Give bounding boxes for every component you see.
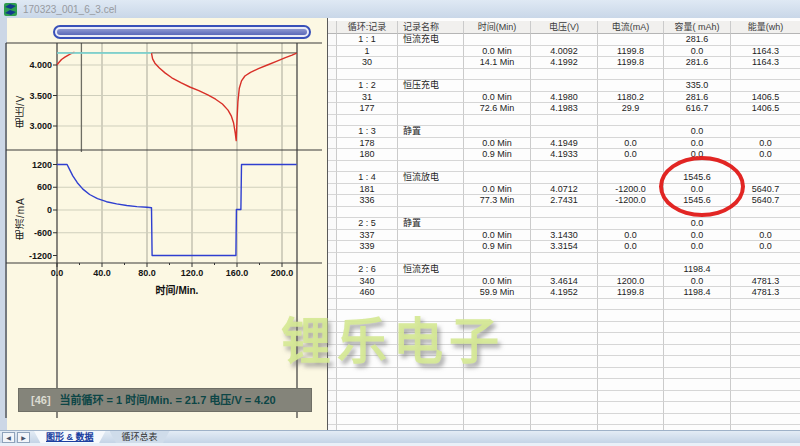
table-cell[interactable]: 0.0 Min	[464, 276, 531, 288]
table-cell[interactable]	[731, 253, 800, 265]
table-row[interactable]	[328, 310, 800, 322]
tab-scroll-left-button[interactable]: ◀	[2, 432, 15, 443]
table-row[interactable]	[328, 402, 800, 414]
table-cell[interactable]: 59.9 Min	[464, 287, 531, 299]
table-cell[interactable]	[664, 368, 731, 380]
table-cell[interactable]	[398, 368, 464, 380]
table-cell[interactable]: 460	[337, 287, 398, 299]
table-cell[interactable]	[598, 115, 664, 127]
table-cell[interactable]	[531, 69, 598, 81]
table-cell[interactable]	[398, 287, 464, 299]
table-cell[interactable]	[598, 356, 664, 368]
table-cell[interactable]: 3.4614	[531, 276, 598, 288]
table-cell[interactable]	[531, 161, 598, 173]
table-cell[interactable]	[464, 126, 531, 138]
table-cell[interactable]	[598, 379, 664, 391]
table-cell[interactable]: 4.1992	[531, 57, 598, 69]
table-cell[interactable]	[398, 92, 464, 104]
table-row[interactable]	[328, 115, 800, 127]
table-cell[interactable]: 0.0	[664, 276, 731, 288]
table-cell[interactable]	[398, 138, 464, 150]
table-cell[interactable]: 0.9 Min	[464, 241, 531, 253]
table-cell[interactable]	[531, 391, 598, 403]
table-cell[interactable]	[398, 69, 464, 81]
table-cell[interactable]	[531, 299, 598, 311]
table-cell[interactable]: 1180.2	[598, 92, 664, 104]
table-cell[interactable]	[531, 80, 598, 92]
table-cell[interactable]	[398, 241, 464, 253]
table-cell[interactable]	[398, 391, 464, 403]
table-cell[interactable]	[337, 115, 398, 127]
table-cell[interactable]	[731, 69, 800, 81]
table-cell[interactable]	[731, 264, 800, 276]
table-cell[interactable]: 1	[337, 46, 398, 58]
table-cell[interactable]	[531, 345, 598, 357]
table-cell[interactable]	[664, 414, 731, 426]
table-cell[interactable]	[337, 356, 398, 368]
table-cell[interactable]	[398, 276, 464, 288]
table-cell[interactable]	[731, 34, 800, 46]
table-cell[interactable]: 恒流充电	[398, 34, 464, 46]
table-cell[interactable]	[598, 299, 664, 311]
table-cell[interactable]	[337, 368, 398, 380]
table-cell[interactable]: 0.0	[731, 241, 800, 253]
table-cell[interactable]	[464, 356, 531, 368]
table-row[interactable]: 3390.9 Min3.31540.00.00.0	[328, 241, 800, 253]
table-cell[interactable]: 0.0	[664, 46, 731, 58]
table-cell[interactable]	[531, 126, 598, 138]
table-cell[interactable]	[531, 310, 598, 322]
table-cell[interactable]: 0.0 Min	[464, 46, 531, 58]
table-cell[interactable]	[464, 414, 531, 426]
table-cell[interactable]: 4781.3	[731, 287, 800, 299]
table-cell[interactable]: 4781.3	[731, 276, 800, 288]
table-cell[interactable]	[464, 115, 531, 127]
table-cell[interactable]	[598, 310, 664, 322]
table-cell[interactable]: 0.9 Min	[464, 149, 531, 161]
table-cell[interactable]	[464, 218, 531, 230]
table-cell[interactable]: 335.0	[664, 80, 731, 92]
table-cell[interactable]: 1164.3	[731, 46, 800, 58]
table-cell[interactable]	[464, 333, 531, 345]
table-cell[interactable]: 1199.8	[598, 57, 664, 69]
table-cell[interactable]	[731, 345, 800, 357]
table-row[interactable]: 3400.0 Min3.46141200.00.04781.3	[328, 276, 800, 288]
table-cell[interactable]	[598, 264, 664, 276]
table-cell[interactable]: 0.0	[664, 230, 731, 242]
table-cell[interactable]: 2.7431	[531, 195, 598, 207]
table-cell[interactable]	[337, 402, 398, 414]
table-cell[interactable]	[337, 345, 398, 357]
table-cell[interactable]: 2 : 6	[337, 264, 398, 276]
table-cell[interactable]	[398, 253, 464, 265]
table-cell[interactable]	[598, 391, 664, 403]
table-cell[interactable]: 0.0	[598, 149, 664, 161]
table-cell[interactable]	[598, 402, 664, 414]
table-row[interactable]: 46059.9 Min4.19521199.81198.44781.3	[328, 287, 800, 299]
table-cell[interactable]: -1200.0	[598, 184, 664, 196]
table-cell[interactable]: 0.0	[664, 241, 731, 253]
table-cell[interactable]: 4.1952	[531, 287, 598, 299]
table-row[interactable]	[328, 368, 800, 380]
table-row[interactable]: 1 : 1恒流充电281.6	[328, 34, 800, 46]
chart-panel[interactable]: 0.040.080.0120.0160.0200.04.0003.5003.00…	[0, 18, 327, 430]
table-row[interactable]: 1800.9 Min4.19330.00.00.0	[328, 149, 800, 161]
table-cell[interactable]	[731, 207, 800, 219]
table-cell[interactable]: 4.1983	[531, 103, 598, 115]
column-header[interactable]: 容量( mAh)	[664, 21, 731, 34]
table-cell[interactable]	[664, 299, 731, 311]
table-cell[interactable]: 3.1430	[531, 230, 598, 242]
table-cell[interactable]	[464, 379, 531, 391]
table-row[interactable]	[328, 345, 800, 357]
table-cell[interactable]: 616.7	[664, 103, 731, 115]
table-cell[interactable]: 1199.8	[598, 287, 664, 299]
table-cell[interactable]	[664, 310, 731, 322]
table-cell[interactable]	[664, 379, 731, 391]
column-header[interactable]: 时间(Min)	[464, 21, 531, 34]
table-cell[interactable]	[598, 207, 664, 219]
table-cell[interactable]	[464, 368, 531, 380]
table-cell[interactable]: 4.1949	[531, 138, 598, 150]
table-cell[interactable]	[531, 322, 598, 334]
table-cell[interactable]: 恒流放电	[398, 172, 464, 184]
table-cell[interactable]	[731, 80, 800, 92]
table-cell[interactable]: 4.0092	[531, 46, 598, 58]
table-row[interactable]: 3370.0 Min3.14300.00.00.0	[328, 230, 800, 242]
